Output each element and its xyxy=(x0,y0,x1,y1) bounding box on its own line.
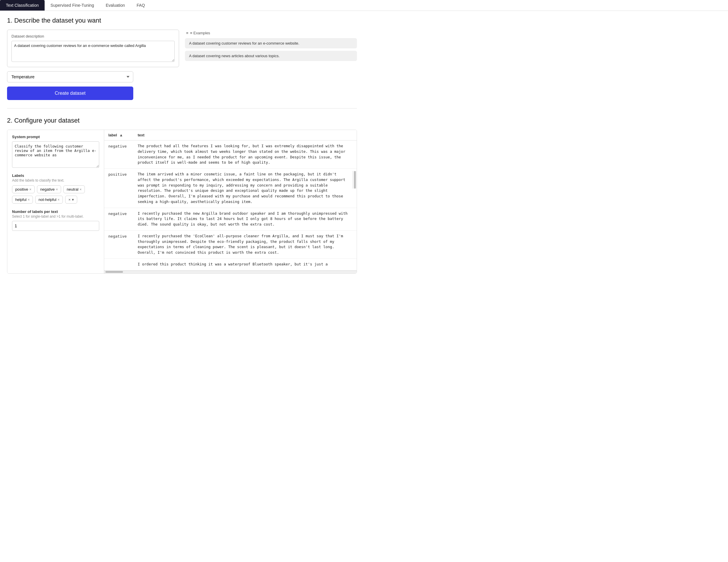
table-row: positive The item arrived with a minor c… xyxy=(104,169,357,208)
horizontal-scrollbar[interactable] xyxy=(104,271,357,274)
labels-title: Labels xyxy=(12,173,99,178)
scrollbar-cell-4 xyxy=(353,259,357,270)
label-text-not-helpful: not-helpful xyxy=(38,198,56,202)
col-header-text: text xyxy=(134,130,353,141)
tab-supervised-fine-tuning[interactable]: Supervised Fine-Tuning xyxy=(45,0,100,11)
main-content: 1. Describe the dataset you want Dataset… xyxy=(0,11,364,280)
section1-heading: 1. Describe the dataset you want xyxy=(7,17,357,24)
dataset-desc-label: Dataset description xyxy=(11,34,175,38)
left-panel: System prompt Classify the following cus… xyxy=(7,130,104,274)
label-chip-neutral[interactable]: neutral × xyxy=(63,185,85,193)
scrollbar-header xyxy=(353,130,357,141)
labels-grid: positive × negative × neutral × helpfu xyxy=(12,185,99,204)
text-cell-1: The item arrived with a minor cosmetic i… xyxy=(134,169,353,208)
tab-text-classification[interactable]: Text Classification xyxy=(0,0,45,11)
label-text-neutral: neutral xyxy=(67,187,78,192)
label-chip-not-helpful[interactable]: not-helpful × xyxy=(35,196,63,204)
dataset-description-box: Dataset description A dataset covering c… xyxy=(7,30,179,100)
section-describe-dataset: 1. Describe the dataset you want Dataset… xyxy=(7,17,357,109)
labels-subtitle: Add the labels to classify the text. xyxy=(12,178,99,183)
label-text-negative: negative xyxy=(40,187,55,192)
num-labels-title: Number of labels per text xyxy=(12,210,99,214)
section1-grid: Dataset description A dataset covering c… xyxy=(7,30,357,100)
section2-grid: System prompt Classify the following cus… xyxy=(7,130,357,274)
add-label-button[interactable]: × ▾ xyxy=(65,196,77,204)
label-text-positive: positive xyxy=(15,187,28,192)
label-remove-negative[interactable]: × xyxy=(56,188,58,192)
scrollbar-cell-1 xyxy=(353,169,357,208)
text-cell-0: The product had all the features I was l… xyxy=(134,141,353,169)
right-panel: label ▲ text negative The product had al… xyxy=(104,130,357,274)
examples-label: ≡ Examples xyxy=(190,31,210,35)
tab-bar: Text Classification Supervised Fine-Tuni… xyxy=(0,0,728,11)
scrollbar-cell-3 xyxy=(353,230,357,259)
sort-arrow-label[interactable]: ▲ xyxy=(119,133,123,137)
table-row: negative The product had all the feature… xyxy=(104,141,357,169)
text-cell-4: I ordered this product thinking it was a… xyxy=(134,259,353,270)
scrollbar-cell-0 xyxy=(353,141,357,169)
label-remove-helpful[interactable]: × xyxy=(28,198,30,202)
table-header-row: label ▲ text xyxy=(104,130,357,141)
label-text-helpful: helpful xyxy=(15,198,26,202)
tab-faq[interactable]: FAQ xyxy=(131,0,151,11)
examples-header: ≡ ≡ Examples xyxy=(185,31,357,35)
tab-evaluation[interactable]: Evaluation xyxy=(100,0,131,11)
temperature-row: Temperature xyxy=(7,71,179,82)
label-chip-helpful[interactable]: helpful × xyxy=(12,196,33,204)
section-configure-dataset: 2. Configure your dataset System prompt … xyxy=(7,117,357,274)
table-row: I ordered this product thinking it was a… xyxy=(104,259,357,270)
scrollbar-cell-2 xyxy=(353,208,357,230)
label-cell-4 xyxy=(104,259,134,270)
label-remove-positive[interactable]: × xyxy=(29,188,31,192)
label-chip-positive[interactable]: positive × xyxy=(12,185,35,193)
num-labels-subtitle: Select 1 for single-label and >1 for mul… xyxy=(12,215,99,219)
num-labels-input[interactable] xyxy=(12,221,99,231)
system-prompt-section: System prompt Classify the following cus… xyxy=(12,135,99,169)
examples-box: ≡ ≡ Examples A dataset covering customer… xyxy=(185,30,357,65)
example-chip-1[interactable]: A dataset covering news articles about v… xyxy=(185,51,357,61)
label-remove-neutral[interactable]: × xyxy=(80,188,82,192)
label-chip-negative[interactable]: negative × xyxy=(37,185,61,193)
label-cell-2: negative xyxy=(104,208,134,230)
table-row: negative I recently purchased the new Ar… xyxy=(104,208,357,230)
dataset-table: label ▲ text negative The product had al… xyxy=(104,130,357,271)
system-prompt-label: System prompt xyxy=(12,135,99,139)
label-cell-3: negative xyxy=(104,230,134,259)
text-cell-3: I recently purchased the 'EcoClean' all-… xyxy=(134,230,353,259)
temperature-select[interactable]: Temperature xyxy=(7,71,133,82)
col-header-label[interactable]: label ▲ xyxy=(104,130,134,141)
table-row: negative I recently purchased the 'EcoCl… xyxy=(104,230,357,259)
add-label-icon: × xyxy=(68,198,71,202)
h-scroll-thumb xyxy=(105,271,123,273)
add-label-arrow: ▾ xyxy=(72,198,74,202)
num-labels-section: Number of labels per text Select 1 for s… xyxy=(12,210,99,231)
label-remove-not-helpful[interactable]: × xyxy=(58,198,60,202)
create-dataset-button[interactable]: Create dataset xyxy=(7,87,133,100)
dataset-desc-textarea[interactable]: A dataset covering customer reviews for … xyxy=(11,41,175,62)
dataset-desc-container: Dataset description A dataset covering c… xyxy=(7,30,179,67)
system-prompt-textarea[interactable]: Classify the following customer review o… xyxy=(12,141,99,168)
labels-section: Labels Add the labels to classify the te… xyxy=(12,173,99,204)
section2-heading: 2. Configure your dataset xyxy=(7,117,357,124)
create-button-row: Create dataset xyxy=(7,82,179,100)
example-chip-0[interactable]: A dataset covering customer reviews for … xyxy=(185,38,357,48)
text-cell-2: I recently purchased the new Argilla bra… xyxy=(134,208,353,230)
label-cell-1: positive xyxy=(104,169,134,208)
list-icon: ≡ xyxy=(186,31,188,35)
label-cell-0: negative xyxy=(104,141,134,169)
